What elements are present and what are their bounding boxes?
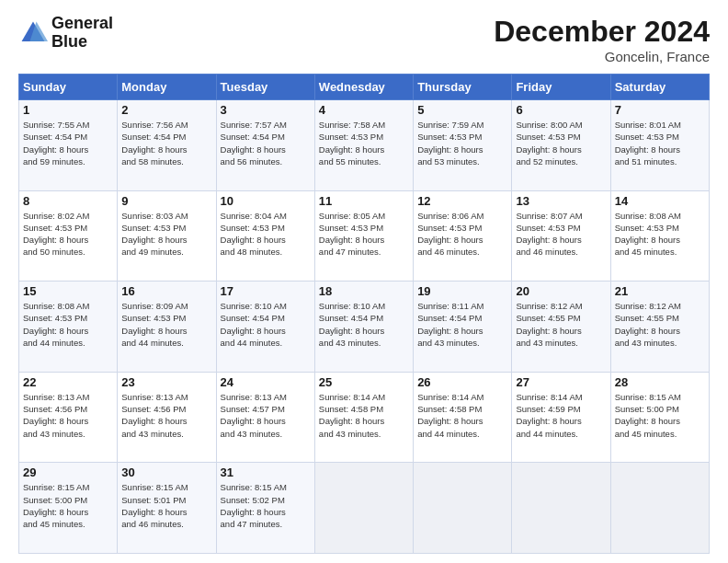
cell-info: Sunrise: 8:15 AMSunset: 5:01 PMDaylight:…: [121, 481, 211, 530]
cell-info: Sunrise: 8:05 AMSunset: 4:53 PMDaylight:…: [319, 210, 409, 259]
calendar-cell: 24Sunrise: 8:13 AMSunset: 4:57 PMDayligh…: [216, 372, 314, 463]
calendar-cell: 1Sunrise: 7:55 AMSunset: 4:54 PMDaylight…: [19, 100, 118, 191]
cell-info: Sunrise: 8:04 AMSunset: 4:53 PMDaylight:…: [221, 210, 311, 259]
day-number: 9: [121, 194, 211, 208]
day-number: 11: [319, 194, 409, 208]
day-number: 19: [417, 284, 507, 298]
title-block: December 2024 Goncelin, France: [494, 15, 710, 64]
cell-info: Sunrise: 8:13 AMSunset: 4:56 PMDaylight:…: [23, 391, 113, 440]
day-number: 21: [615, 284, 705, 298]
day-number: 15: [23, 284, 113, 298]
cell-info: Sunrise: 8:14 AMSunset: 4:58 PMDaylight:…: [319, 391, 409, 440]
cell-info: Sunrise: 8:15 AMSunset: 5:00 PMDaylight:…: [615, 391, 705, 440]
cell-info: Sunrise: 7:59 AMSunset: 4:53 PMDaylight:…: [417, 119, 507, 167]
calendar-cell: 5Sunrise: 7:59 AMSunset: 4:53 PMDaylight…: [414, 100, 512, 191]
calendar-cell: 19Sunrise: 8:11 AMSunset: 4:54 PMDayligh…: [414, 282, 512, 373]
calendar-cell: 23Sunrise: 8:13 AMSunset: 4:56 PMDayligh…: [118, 372, 216, 463]
day-number: 13: [516, 194, 606, 208]
day-number: 12: [417, 194, 507, 208]
calendar-cell: 14Sunrise: 8:08 AMSunset: 4:53 PMDayligh…: [610, 190, 709, 282]
cell-info: Sunrise: 8:10 AMSunset: 4:54 PMDaylight:…: [319, 300, 409, 349]
calendar-cell: [610, 463, 709, 554]
cell-info: Sunrise: 8:12 AMSunset: 4:55 PMDaylight:…: [615, 300, 705, 349]
weekday-header-friday: Friday: [512, 75, 610, 100]
weekday-header-wednesday: Wednesday: [314, 75, 413, 100]
cell-info: Sunrise: 8:08 AMSunset: 4:53 PMDaylight:…: [615, 210, 705, 259]
calendar-cell: 30Sunrise: 8:15 AMSunset: 5:01 PMDayligh…: [118, 463, 216, 554]
month-title: December 2024: [494, 15, 710, 49]
day-number: 27: [516, 375, 606, 389]
cell-info: Sunrise: 7:58 AMSunset: 4:53 PMDaylight:…: [319, 119, 409, 167]
calendar-cell: 15Sunrise: 8:08 AMSunset: 4:53 PMDayligh…: [19, 282, 118, 373]
calendar-cell: 21Sunrise: 8:12 AMSunset: 4:55 PMDayligh…: [610, 282, 709, 373]
calendar-cell: 12Sunrise: 8:06 AMSunset: 4:53 PMDayligh…: [414, 190, 512, 282]
cell-info: Sunrise: 7:55 AMSunset: 4:54 PMDaylight:…: [23, 119, 113, 167]
day-number: 6: [516, 103, 606, 117]
cell-info: Sunrise: 8:15 AMSunset: 5:02 PMDaylight:…: [221, 481, 311, 530]
cell-info: Sunrise: 8:00 AMSunset: 4:53 PMDaylight:…: [516, 119, 606, 167]
day-number: 3: [221, 103, 311, 117]
calendar-cell: 26Sunrise: 8:14 AMSunset: 4:58 PMDayligh…: [414, 372, 512, 463]
cell-info: Sunrise: 8:03 AMSunset: 4:53 PMDaylight:…: [121, 210, 211, 259]
calendar-cell: 3Sunrise: 7:57 AMSunset: 4:54 PMDaylight…: [216, 100, 314, 191]
calendar-cell: 16Sunrise: 8:09 AMSunset: 4:53 PMDayligh…: [118, 282, 216, 373]
day-number: 28: [615, 375, 705, 389]
cell-info: Sunrise: 8:13 AMSunset: 4:57 PMDaylight:…: [221, 391, 311, 440]
calendar-cell: 4Sunrise: 7:58 AMSunset: 4:53 PMDaylight…: [314, 100, 413, 191]
weekday-header-monday: Monday: [118, 75, 216, 100]
calendar-cell: 11Sunrise: 8:05 AMSunset: 4:53 PMDayligh…: [314, 190, 413, 282]
day-number: 16: [121, 284, 211, 298]
calendar-cell: 27Sunrise: 8:14 AMSunset: 4:59 PMDayligh…: [512, 372, 610, 463]
day-number: 24: [221, 375, 311, 389]
calendar-cell: [414, 463, 512, 554]
calendar-cell: 17Sunrise: 8:10 AMSunset: 4:54 PMDayligh…: [216, 282, 314, 373]
cell-info: Sunrise: 8:02 AMSunset: 4:53 PMDaylight:…: [23, 210, 113, 259]
calendar-cell: 31Sunrise: 8:15 AMSunset: 5:02 PMDayligh…: [216, 463, 314, 554]
calendar-cell: 25Sunrise: 8:14 AMSunset: 4:58 PMDayligh…: [314, 372, 413, 463]
calendar-cell: 6Sunrise: 8:00 AMSunset: 4:53 PMDaylight…: [512, 100, 610, 191]
cell-info: Sunrise: 8:13 AMSunset: 4:56 PMDaylight:…: [121, 391, 211, 440]
day-number: 22: [23, 375, 113, 389]
calendar-cell: 18Sunrise: 8:10 AMSunset: 4:54 PMDayligh…: [314, 282, 413, 373]
header: General Blue December 2024 Goncelin, Fra…: [18, 15, 710, 64]
cell-info: Sunrise: 7:57 AMSunset: 4:54 PMDaylight:…: [221, 119, 311, 167]
day-number: 30: [121, 465, 211, 479]
day-number: 8: [23, 194, 113, 208]
day-number: 17: [221, 284, 311, 298]
cell-info: Sunrise: 8:09 AMSunset: 4:53 PMDaylight:…: [121, 300, 211, 349]
day-number: 18: [319, 284, 409, 298]
calendar-cell: 7Sunrise: 8:01 AMSunset: 4:53 PMDaylight…: [610, 100, 709, 191]
cell-info: Sunrise: 8:10 AMSunset: 4:54 PMDaylight:…: [221, 300, 311, 349]
day-number: 29: [23, 465, 113, 479]
calendar-cell: [314, 463, 413, 554]
day-number: 25: [319, 375, 409, 389]
cell-info: Sunrise: 8:07 AMSunset: 4:53 PMDaylight:…: [516, 210, 606, 259]
day-number: 1: [23, 103, 113, 117]
cell-info: Sunrise: 8:08 AMSunset: 4:53 PMDaylight:…: [23, 300, 113, 349]
weekday-header-tuesday: Tuesday: [216, 75, 314, 100]
calendar-cell: 13Sunrise: 8:07 AMSunset: 4:53 PMDayligh…: [512, 190, 610, 282]
logo: General Blue: [18, 15, 113, 52]
day-number: 26: [417, 375, 507, 389]
cell-info: Sunrise: 8:06 AMSunset: 4:53 PMDaylight:…: [417, 210, 507, 259]
cell-info: Sunrise: 7:56 AMSunset: 4:54 PMDaylight:…: [121, 119, 211, 167]
weekday-header-sunday: Sunday: [19, 75, 118, 100]
cell-info: Sunrise: 8:12 AMSunset: 4:55 PMDaylight:…: [516, 300, 606, 349]
calendar-cell: 2Sunrise: 7:56 AMSunset: 4:54 PMDaylight…: [118, 100, 216, 191]
day-number: 2: [121, 103, 211, 117]
logo-text: General Blue: [51, 15, 113, 52]
calendar-cell: 28Sunrise: 8:15 AMSunset: 5:00 PMDayligh…: [610, 372, 709, 463]
logo-icon: [18, 18, 48, 48]
weekday-header-thursday: Thursday: [414, 75, 512, 100]
location-title: Goncelin, France: [494, 49, 710, 64]
day-number: 7: [615, 103, 705, 117]
cell-info: Sunrise: 8:15 AMSunset: 5:00 PMDaylight:…: [23, 481, 113, 530]
calendar-cell: 20Sunrise: 8:12 AMSunset: 4:55 PMDayligh…: [512, 282, 610, 373]
calendar-cell: 8Sunrise: 8:02 AMSunset: 4:53 PMDaylight…: [19, 190, 118, 282]
weekday-header-saturday: Saturday: [610, 75, 709, 100]
cell-info: Sunrise: 8:11 AMSunset: 4:54 PMDaylight:…: [417, 300, 507, 349]
cell-info: Sunrise: 8:14 AMSunset: 4:59 PMDaylight:…: [516, 391, 606, 440]
day-number: 10: [221, 194, 311, 208]
day-number: 31: [221, 465, 311, 479]
calendar-table: SundayMondayTuesdayWednesdayThursdayFrid…: [18, 74, 710, 554]
